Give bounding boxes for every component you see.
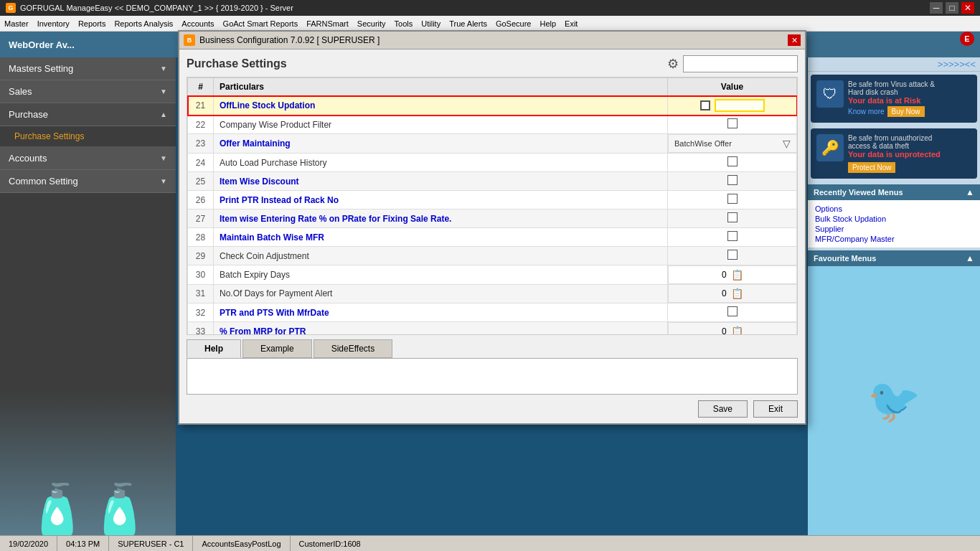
row-value-22[interactable] (668, 116, 797, 134)
row-value-24[interactable] (668, 154, 797, 172)
menu-strip: Master Inventory Reports Reports Analysi… (0, 16, 980, 32)
row-label-25[interactable]: Item Wise Discount (214, 172, 668, 191)
tab-sideeffects[interactable]: SideEffects (314, 339, 392, 358)
row-label-22: Company Wise Product Filter (214, 116, 668, 134)
buy-now-button[interactable]: Buy Now (887, 106, 925, 117)
table-row: 26 Print PTR Instead of Rack No (188, 191, 797, 209)
checkbox-32[interactable] (727, 306, 738, 316)
checkbox-26[interactable] (727, 194, 738, 204)
gosecure-key-icon: 🔑 (816, 134, 844, 161)
value-input-21[interactable] (715, 99, 765, 112)
menu-gosecure[interactable]: GoSecure (496, 19, 532, 28)
menu-true-alerts[interactable]: True Alerts (449, 19, 487, 28)
sidebar-item-purchase-settings[interactable]: Purchase Settings (0, 126, 176, 147)
save-button[interactable]: Save (698, 400, 748, 418)
chevron-down-icon-sales: ▼ (160, 88, 167, 95)
row-label-23[interactable]: Offer Maintaining (214, 134, 668, 154)
status-customer: CustomerID:1608 (291, 536, 369, 551)
row-value-26[interactable] (668, 191, 797, 209)
row-num-31: 31 (188, 284, 214, 303)
minimize-button[interactable]: ─ (930, 2, 943, 14)
favourite-collapse-icon[interactable]: ▲ (966, 253, 974, 263)
row-label-27[interactable]: Item wise Entering Rate % on PRate for F… (214, 209, 668, 228)
exit-button[interactable]: Exit (753, 400, 798, 418)
menu-inventory[interactable]: Inventory (37, 19, 70, 28)
checkbox-28[interactable] (727, 231, 738, 241)
maximize-button[interactable]: □ (946, 2, 958, 14)
checkbox-24[interactable] (727, 156, 738, 166)
row-num-26: 26 (188, 191, 214, 209)
row-label-32[interactable]: PTR and PTS With MfrDate (214, 303, 668, 322)
menu-farnsmart[interactable]: FARNSmart (306, 19, 349, 28)
row-value-31: 0 📋 (668, 284, 797, 303)
sidebar-section-masters[interactable]: Masters Setting ▼ (0, 57, 176, 80)
row-label-21[interactable]: OffLine Stock Updation (214, 96, 668, 116)
tab-example[interactable]: Example (242, 339, 312, 358)
row-value-21[interactable] (668, 96, 797, 116)
menu-utility[interactable]: Utility (421, 19, 440, 28)
status-date: 19/02/2020 (0, 536, 57, 551)
modal-close-button[interactable]: ✕ (788, 34, 801, 46)
modal-footer: Save Exit (187, 400, 798, 418)
menu-tools[interactable]: Tools (395, 19, 413, 28)
menu-exit[interactable]: Exit (565, 19, 578, 28)
row-num-29: 29 (188, 247, 214, 265)
row-value-27[interactable] (668, 209, 797, 228)
menu-master[interactable]: Master (4, 19, 29, 28)
recently-viewed-mfr[interactable]: MFR/Company Master (815, 235, 973, 243)
sales-label: Sales (9, 86, 32, 97)
edit-icon-30[interactable]: 📋 (731, 269, 743, 281)
recently-viewed-supplier[interactable]: Supplier (815, 225, 973, 233)
checkbox-25[interactable] (727, 175, 738, 185)
checkbox-21[interactable] (700, 100, 710, 110)
table-row: 28 Maintain Batch Wise MFR (188, 228, 797, 247)
row-value-25[interactable] (668, 172, 797, 191)
menu-accounts[interactable]: Accounts (182, 19, 214, 28)
edit-icon-33[interactable]: 📋 (731, 326, 743, 335)
menu-security[interactable]: Security (357, 19, 386, 28)
sidebar-section-purchase[interactable]: Purchase ▲ (0, 103, 176, 126)
batch-expiry-value: 0 (722, 270, 727, 280)
col-num: # (188, 78, 214, 96)
status-user: SUPERUSER - C1 (109, 536, 193, 551)
checkbox-22[interactable] (727, 118, 738, 128)
recently-viewed-options[interactable]: Options (815, 204, 973, 213)
app-icon: G (6, 3, 16, 13)
menu-reports[interactable]: Reports (78, 19, 106, 28)
row-value-23: BatchWise Offer ▽ (668, 134, 797, 153)
checkbox-29[interactable] (727, 250, 738, 260)
row-label-31: No.Of Days for Payment Alert (214, 284, 668, 303)
row-label-26[interactable]: Print PTR Instead of Rack No (214, 191, 668, 209)
menu-reports-analysis[interactable]: Reports Analysis (114, 19, 173, 28)
know-more-link[interactable]: Know more (848, 108, 885, 116)
tab-help[interactable]: Help (187, 339, 241, 358)
settings-table: # Particulars Value 21 OffLine Stock Upd… (187, 77, 797, 335)
sidebar-section-accounts[interactable]: Accounts ▼ (0, 147, 176, 170)
settings-table-wrapper: # Particulars Value 21 OffLine Stock Upd… (187, 77, 798, 335)
row-num-28: 28 (188, 228, 214, 247)
table-row: 24 Auto Load Purchase History (188, 154, 797, 172)
close-button[interactable]: ✕ (961, 2, 974, 14)
row-value-30: 0 📋 (668, 265, 797, 284)
chevron-down-icon-accounts: ▼ (160, 154, 167, 162)
menu-goact[interactable]: GoAct Smart Reports (223, 19, 298, 28)
row-value-33: 0 📋 (668, 322, 797, 335)
row-value-32[interactable] (668, 303, 797, 322)
recently-viewed-collapse-icon[interactable]: ▲ (966, 187, 974, 197)
sidebar-section-common[interactable]: Common Setting ▼ (0, 170, 176, 193)
sidebar-section-sales[interactable]: Sales ▼ (0, 80, 176, 103)
checkbox-27[interactable] (727, 212, 738, 222)
row-num-23: 23 (188, 134, 214, 154)
row-label-30: Batch Expiry Days (214, 265, 668, 285)
edit-icon-31[interactable]: 📋 (731, 288, 743, 299)
row-label-33[interactable]: % From MRP for PTR (214, 322, 668, 336)
protect-now-button[interactable]: Protect Now (848, 162, 895, 173)
row-value-28[interactable] (668, 228, 797, 247)
recently-viewed-bulk-stock[interactable]: Bulk Stock Updation (815, 215, 973, 223)
menu-help[interactable]: Help (540, 19, 556, 28)
row-label-28[interactable]: Maintain Batch Wise MFR (214, 228, 668, 247)
dropdown-arrow-23[interactable]: ▽ (783, 138, 791, 149)
table-row: 22 Company Wise Product Filter (188, 116, 797, 134)
modal-search-input[interactable] (683, 55, 798, 72)
row-value-29[interactable] (668, 247, 797, 265)
